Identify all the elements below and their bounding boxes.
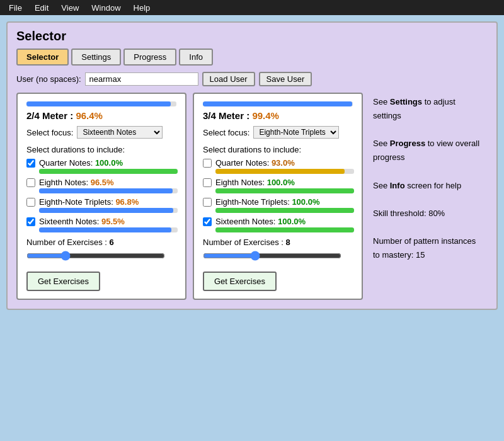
panel-meter-3-4: 3/4 Meter : 99.4%Select focus:Eighth-Not… [193,93,363,300]
duration-item-1: Eighth Notes: 100.0% [203,178,353,193]
checkbox-sixteenth-notes[interactable] [203,217,212,226]
checkbox-eighth-note-triplets[interactable] [26,198,35,207]
tab-info[interactable]: Info [179,49,213,66]
menu-item-window[interactable]: Window [85,2,127,14]
get-exercises-button-meter-2-4[interactable]: Get Exercises [26,272,100,291]
panel-meter-2-4: 2/4 Meter : 96.4%Select focus:Sixteenth … [16,93,186,300]
load-user-button[interactable]: Load User [202,72,255,86]
checkbox-eighth-notes[interactable] [203,178,212,187]
tab-progress[interactable]: Progress [123,49,176,66]
focus-select-meter-2-4[interactable]: Sixteenth NotesQuarter NotesEighth Notes… [77,126,163,139]
menu-item-view[interactable]: View [55,2,85,14]
menu-item-edit[interactable]: Edit [28,2,55,14]
tab-selector[interactable]: Selector [16,49,69,66]
meter-title-meter-2-4: 2/4 Meter : 96.4% [26,110,176,121]
focus-select-meter-3-4[interactable]: Eighth-Note TripletsQuarter NotesEighth … [253,126,339,139]
user-row: User (no spaces): Load User Save User [16,72,488,86]
duration-item-1: Eighth Notes: 96.5% [26,178,176,193]
menu-bar: FileEditViewWindowHelp [0,0,504,15]
panels-container: 2/4 Meter : 96.4%Select focus:Sixteenth … [16,93,363,300]
duration-item-0: Quarter Notes: 93.0% [203,158,353,174]
menu-item-file[interactable]: File [3,2,28,14]
checkbox-eighth-notes[interactable] [26,178,35,187]
tab-bar: SelectorSettingsProgressInfo [16,49,488,66]
exercises-slider-meter-3-4[interactable] [203,251,341,261]
duration-item-3: Sixteenth Notes: 95.5% [26,217,176,232]
duration-item-0: Quarter Notes: 100.0% [26,158,176,174]
duration-item-2: Eighth-Note Triplets: 100.0% [203,197,353,213]
exercises-slider-meter-2-4[interactable] [26,251,165,261]
info-panel: See Settings to adjust settings See Prog… [369,93,488,300]
user-input[interactable] [85,72,198,86]
checkbox-sixteenth-notes[interactable] [26,217,35,226]
user-label: User (no spaces): [16,74,81,84]
get-exercises-button-meter-3-4[interactable]: Get Exercises [203,272,277,291]
duration-item-2: Eighth-Note Triplets: 96.8% [26,197,176,213]
checkbox-eighth-note-triplets[interactable] [203,198,212,207]
meter-title-meter-3-4: 3/4 Meter : 99.4% [203,110,353,121]
menu-item-help[interactable]: Help [127,2,157,14]
tab-settings[interactable]: Settings [71,49,121,66]
save-user-button[interactable]: Save User [259,72,312,86]
duration-item-3: Sixteenth Notes: 100.0% [203,217,353,232]
app-title: Selector [16,29,488,43]
checkbox-quarter-notes[interactable] [203,159,212,168]
checkbox-quarter-notes[interactable] [26,159,35,168]
main-content: 2/4 Meter : 96.4%Select focus:Sixteenth … [16,93,488,300]
outer-panel: Selector SelectorSettingsProgressInfo Us… [6,21,498,310]
